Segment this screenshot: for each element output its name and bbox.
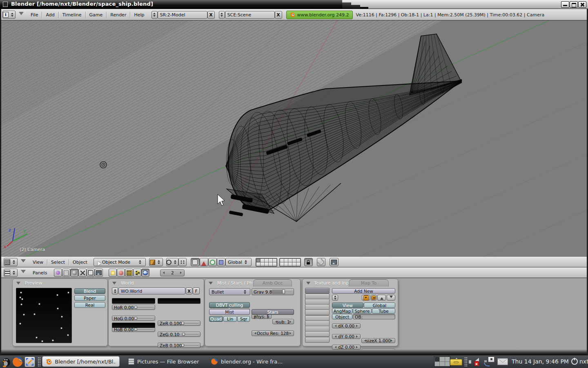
world-unlink-button[interactable]: X bbox=[186, 287, 192, 294]
sub-field[interactable]: sub: 1 bbox=[272, 319, 294, 324]
size-x-field[interactable]: sizeX 1.000 bbox=[361, 338, 395, 343]
lock-camera-toggle[interactable] bbox=[304, 258, 313, 266]
texco-angmap-toggle[interactable]: AngMap bbox=[332, 308, 352, 314]
buttons-menu-collapse-icon[interactable] bbox=[21, 270, 26, 276]
offset-y-field[interactable]: dY 0.00 bbox=[332, 334, 361, 339]
paper-toggle[interactable]: Paper bbox=[74, 295, 105, 301]
editor-type-stepper[interactable] bbox=[9, 11, 15, 18]
editor-type-button-3dview[interactable] bbox=[4, 258, 18, 266]
layer-buttons-group-2[interactable] bbox=[279, 258, 301, 267]
dbvt-culling-toggle[interactable]: DBVT culling bbox=[209, 302, 250, 308]
material-subcontext-button[interactable] bbox=[117, 269, 125, 277]
mist-toggle[interactable]: Mist bbox=[209, 309, 250, 315]
tray-drawer-icon[interactable] bbox=[450, 357, 463, 366]
slot-move-up-button[interactable] bbox=[377, 295, 386, 301]
blender-version-badge[interactable]: www.blender.org 249.2 bbox=[286, 11, 353, 19]
taskbar-item-firefox-window[interactable]: blender.org - Wire fra… bbox=[207, 356, 286, 367]
texture-slot-2[interactable] bbox=[305, 294, 330, 299]
zenith-g-slider[interactable]: ZeG 0.10 bbox=[158, 332, 200, 337]
world-fake-user-button[interactable]: F bbox=[193, 287, 200, 294]
texture-datablock-stepper[interactable] bbox=[332, 295, 338, 301]
scene-stepper[interactable] bbox=[219, 11, 225, 19]
draw-type-dropdown[interactable] bbox=[149, 258, 163, 266]
transform-widget-toggle[interactable] bbox=[178, 258, 187, 266]
screen-selector[interactable]: SR:2-Model bbox=[158, 11, 207, 19]
header-collapse-icon[interactable] bbox=[19, 12, 24, 18]
viewport-menu-select[interactable]: Select bbox=[47, 260, 69, 265]
texco-tube-toggle[interactable]: Tube bbox=[372, 308, 395, 314]
texture-slot-3[interactable] bbox=[305, 299, 330, 305]
menu-add[interactable]: Add bbox=[42, 12, 58, 18]
menu-render[interactable]: Render bbox=[107, 12, 130, 18]
add-new-texture-button[interactable]: Add New bbox=[332, 288, 395, 294]
texco-sphere-toggle[interactable]: Sphere bbox=[353, 308, 372, 314]
texco-object-toggle[interactable]: Object bbox=[332, 314, 352, 319]
editor-type-button-buttons[interactable] bbox=[4, 269, 18, 277]
texture-pack-button[interactable] bbox=[371, 295, 376, 301]
workspace-pager[interactable] bbox=[434, 356, 450, 367]
frame-number-field[interactable]: 2 bbox=[160, 269, 185, 276]
scene-clear-button[interactable]: X bbox=[275, 11, 282, 19]
texture-slot-1[interactable] bbox=[305, 288, 330, 294]
mist-collapse-icon[interactable] bbox=[209, 282, 213, 287]
texture-auto-name-button[interactable] bbox=[362, 295, 370, 301]
texco-global-toggle[interactable]: Global bbox=[364, 303, 395, 308]
tray-grip[interactable] bbox=[464, 357, 467, 367]
zenith-color-swatch[interactable] bbox=[158, 298, 200, 304]
stars-toggle[interactable]: Stars bbox=[252, 309, 294, 315]
logic-context-button[interactable] bbox=[54, 269, 62, 277]
quad-toggle[interactable]: Quad bbox=[209, 316, 223, 322]
layer-buttons-group-1[interactable] bbox=[256, 258, 277, 267]
taskbar-item-file-browser[interactable]: Pictures — File Browser bbox=[125, 356, 202, 367]
menu-game[interactable]: Game bbox=[86, 12, 107, 18]
physics-engine-dropdown[interactable]: Bullet bbox=[209, 288, 250, 295]
menu-help[interactable]: Help bbox=[130, 12, 148, 18]
scene-selector[interactable]: SCE:Scene bbox=[225, 11, 275, 19]
horizon-r-slider[interactable]: HoR 0.00 bbox=[112, 305, 155, 310]
slot-move-down-button[interactable] bbox=[387, 295, 395, 301]
window-titlebar[interactable]: Blender [/home/nxt/Blender/space_ship.bl… bbox=[0, 0, 588, 9]
panels-menu[interactable]: Panels bbox=[29, 270, 51, 276]
mode-dropdown[interactable]: Object Mode bbox=[94, 258, 146, 266]
tab-map-to[interactable]: Map To bbox=[349, 279, 389, 287]
preview-collapse-icon[interactable] bbox=[16, 282, 20, 287]
object-name-field[interactable]: OB: bbox=[353, 314, 395, 319]
logout-button[interactable] bbox=[571, 358, 578, 365]
tab-amb-occ[interactable]: Amb Occ bbox=[253, 279, 292, 287]
camera-origin-marker[interactable] bbox=[100, 162, 107, 168]
texture-slot-5[interactable] bbox=[305, 310, 330, 315]
scene-context-button[interactable] bbox=[95, 269, 103, 277]
texture-subcontext-button[interactable] bbox=[125, 269, 133, 277]
screen-stepper[interactable] bbox=[151, 11, 158, 19]
editing-context-button[interactable] bbox=[87, 269, 95, 277]
minimize-button[interactable] bbox=[561, 1, 569, 8]
zenith-b-slider[interactable]: ZeB 0.100 bbox=[158, 343, 200, 348]
wireframe-spaceship[interactable] bbox=[226, 34, 462, 222]
world-datablock-field[interactable]: WO:World bbox=[118, 287, 185, 294]
render-opengl-button[interactable] bbox=[330, 258, 339, 266]
texture-collapse-icon[interactable] bbox=[306, 282, 310, 287]
ambient-color-swatch[interactable] bbox=[112, 323, 155, 328]
gravity-slider[interactable]: Grav 9.80 bbox=[252, 288, 294, 295]
snap-toggle[interactable] bbox=[317, 258, 325, 266]
horizon-color-swatch[interactable] bbox=[112, 298, 155, 304]
texture-slot-8[interactable] bbox=[305, 326, 330, 332]
3d-viewport[interactable]: z y x (2) Camera bbox=[1, 20, 587, 257]
texture-slot-7[interactable] bbox=[305, 321, 330, 326]
close-button[interactable] bbox=[578, 1, 586, 8]
viewport-menu-object[interactable]: Object bbox=[69, 260, 91, 265]
screenshot-tool-launcher[interactable] bbox=[24, 357, 35, 367]
texco-view-toggle[interactable]: View bbox=[332, 303, 363, 308]
texture-slot-10[interactable] bbox=[305, 337, 330, 343]
occlu-res-field[interactable]: Occlu Res: 128 bbox=[252, 330, 294, 336]
real-toggle[interactable]: Real bbox=[74, 302, 105, 308]
texture-slot-6[interactable] bbox=[305, 315, 330, 321]
lin-toggle[interactable]: Lin bbox=[223, 316, 237, 322]
script-context-button[interactable] bbox=[62, 269, 70, 277]
zenith-r-slider[interactable]: ZeR 0.100 bbox=[158, 321, 200, 326]
world-collapse-icon[interactable] bbox=[112, 282, 116, 287]
panel-grip[interactable] bbox=[38, 357, 40, 367]
viewport-menu-collapse-icon[interactable] bbox=[21, 259, 26, 265]
volume-muted-icon[interactable]: x bbox=[468, 357, 480, 367]
viewport-menu-view[interactable]: View bbox=[29, 260, 47, 265]
